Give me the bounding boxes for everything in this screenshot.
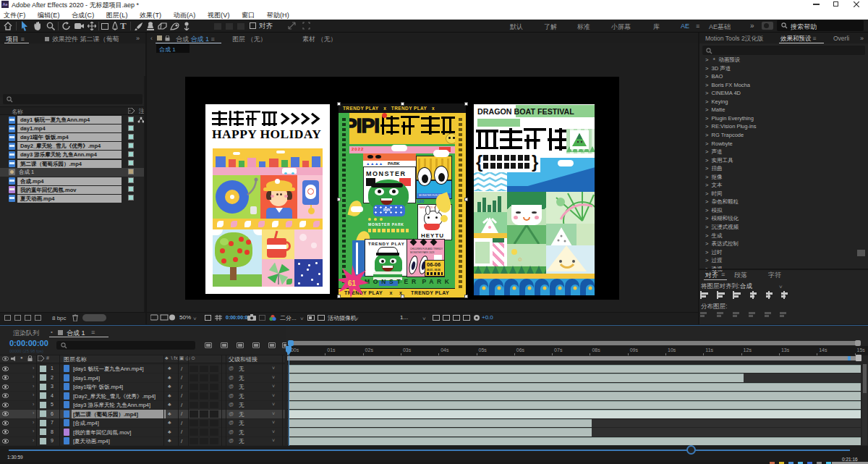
- svg-text:61: 61: [348, 279, 357, 287]
